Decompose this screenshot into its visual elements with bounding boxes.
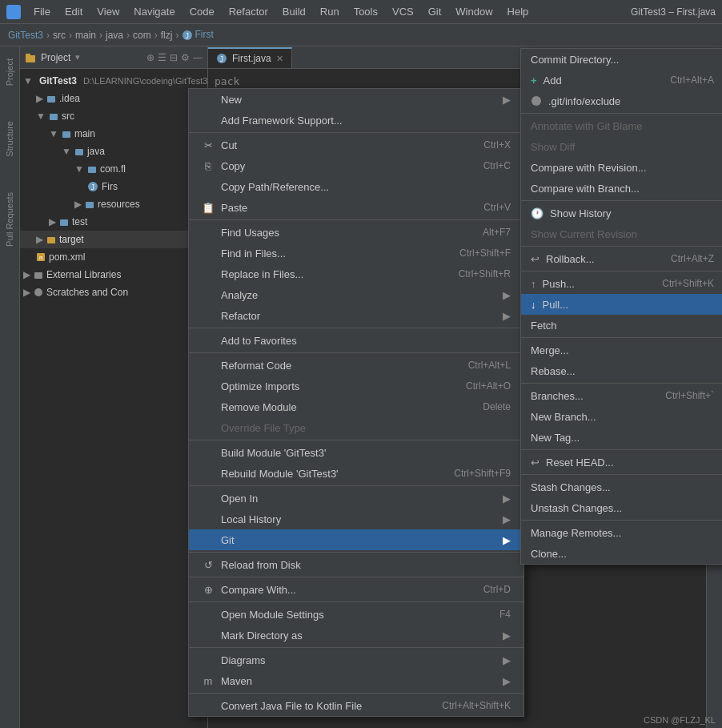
- breadcrumb-src[interactable]: src: [53, 30, 66, 41]
- ctx-override-type[interactable]: Override File Type: [189, 417, 523, 438]
- git-add[interactable]: + Add Ctrl+Alt+A: [521, 70, 722, 90]
- settings-icon[interactable]: ⚙: [181, 52, 190, 63]
- tab-close-icon[interactable]: ✕: [276, 54, 283, 64]
- menu-tools[interactable]: Tools: [347, 4, 384, 19]
- project-dropdown-icon[interactable]: ▾: [75, 52, 80, 62]
- menu-edit[interactable]: Edit: [58, 4, 89, 19]
- git-compare-branch[interactable]: Compare with Branch...: [521, 178, 722, 199]
- svg-text:J: J: [220, 56, 224, 63]
- tree-item-first[interactable]: J Firs: [20, 178, 207, 195]
- ctx-reload-disk[interactable]: ↺ Reload from Disk: [189, 554, 523, 575]
- git-pull[interactable]: ↓ Pull...: [521, 294, 722, 315]
- ctx-paste[interactable]: 📋 Paste Ctrl+V: [189, 197, 523, 218]
- git-info-exclude[interactable]: .git/info/exclude: [521, 90, 722, 111]
- tree-item-pomxml[interactable]: m pom.xml: [20, 248, 207, 266]
- tree-item-target[interactable]: ▶ target: [20, 231, 207, 248]
- menu-run[interactable]: Run: [314, 4, 346, 19]
- breadcrumb-main[interactable]: main: [75, 30, 96, 41]
- ctx-add-favorites[interactable]: Add to Favorites: [189, 330, 523, 351]
- tree-item-external-libs[interactable]: ▶ External Libraries: [20, 266, 207, 284]
- menu-vcs[interactable]: VCS: [386, 4, 420, 19]
- collapse-icon[interactable]: ⊟: [170, 52, 178, 63]
- git-new-branch[interactable]: New Branch...: [521, 406, 722, 427]
- git-show-diff[interactable]: Show Diff: [521, 136, 722, 157]
- git-reset-head[interactable]: ↩ Reset HEAD...: [521, 452, 722, 473]
- breadcrumb-java[interactable]: java: [106, 30, 123, 41]
- tree-item-scratches[interactable]: ▶ Scratches and Con: [20, 284, 207, 301]
- ctx-analyze[interactable]: Analyze ▶: [189, 284, 523, 305]
- ctx-local-history[interactable]: Local History ▶: [189, 509, 523, 529]
- git-commit-dir[interactable]: Commit Directory...: [521, 49, 722, 70]
- git-show-history[interactable]: 🕐 Show History: [521, 203, 722, 223]
- git-rollback[interactable]: ↩ Rollback... Ctrl+Alt+Z: [521, 248, 722, 269]
- ctx-copy-path[interactable]: Copy Path/Reference...: [189, 176, 523, 197]
- tree-item-comfl[interactable]: ▼ com.fl: [20, 160, 207, 178]
- locate-icon[interactable]: ⊕: [146, 52, 154, 63]
- menu-build[interactable]: Build: [276, 4, 312, 19]
- git-compare-revision[interactable]: Compare with Revision...: [521, 157, 722, 178]
- ctx-add-framework[interactable]: Add Framework Support...: [189, 110, 523, 131]
- breadcrumb-first[interactable]: JFirst: [182, 29, 213, 41]
- project-sidebar-label[interactable]: Project: [5, 58, 14, 86]
- git-show-current-revision[interactable]: Show Current Revision: [521, 223, 722, 244]
- ctx-convert-kotlin[interactable]: Convert Java File to Kotlin File Ctrl+Al…: [189, 695, 523, 716]
- ctx-reformat[interactable]: Reformat Code Ctrl+Alt+L: [189, 355, 523, 376]
- pull-requests-label[interactable]: Pull Requests: [5, 192, 14, 247]
- ctx-build-module[interactable]: Build Module 'GitTest3': [189, 442, 523, 463]
- tree-item-idea[interactable]: ▶ .idea: [20, 90, 207, 107]
- breadcrumb-flzj[interactable]: flzj: [161, 30, 173, 41]
- tab-first-java[interactable]: J First.java ✕: [208, 47, 292, 68]
- ctx-maven[interactable]: m Maven ▶: [189, 670, 523, 691]
- ctx-new[interactable]: New ▶: [189, 89, 523, 110]
- tree-item-java[interactable]: ▼ java: [20, 143, 207, 160]
- ctx-rebuild-module[interactable]: Rebuild Module 'GitTest3' Ctrl+Shift+F9: [189, 463, 523, 484]
- git-merge[interactable]: Merge...: [521, 340, 722, 360]
- ctx-mark-dir[interactable]: Mark Directory as ▶: [189, 625, 523, 646]
- git-manage-remotes[interactable]: Manage Remotes...: [521, 522, 722, 543]
- breadcrumb-gittest3[interactable]: GitTest3: [8, 30, 43, 41]
- ctx-compare-with[interactable]: ⊕ Compare With... Ctrl+D: [189, 579, 523, 600]
- git-branches-label: Branches...: [531, 390, 584, 402]
- ctx-optimize-imports[interactable]: Optimize Imports Ctrl+Alt+O: [189, 376, 523, 396]
- menu-window[interactable]: Window: [449, 4, 499, 19]
- git-rebase[interactable]: Rebase...: [521, 360, 722, 381]
- git-annotate[interactable]: Annotate with Git Blame: [521, 115, 722, 136]
- menu-help[interactable]: Help: [501, 4, 535, 19]
- ctx-replace-files[interactable]: Replace in Files... Ctrl+Shift+R: [189, 263, 523, 284]
- menu-view[interactable]: View: [90, 4, 126, 19]
- tree-item-resources[interactable]: ▶ resources: [20, 195, 207, 213]
- ctx-find-files[interactable]: Find in Files... Ctrl+Shift+F: [189, 243, 523, 263]
- tree-item-gittest3[interactable]: ▼ GitTest3 D:\LEARNING\codeing\GitTest3: [20, 72, 207, 90]
- svg-rect-9: [75, 149, 83, 155]
- tree-item-test[interactable]: ▶ test: [20, 213, 207, 231]
- menu-navigate[interactable]: Navigate: [127, 4, 181, 19]
- tree-item-main[interactable]: ▼ main: [20, 125, 207, 143]
- expand-icon[interactable]: ☰: [158, 52, 166, 63]
- ctx-copy[interactable]: ⎘ Copy Ctrl+C: [189, 155, 523, 176]
- menu-file[interactable]: File: [27, 4, 57, 19]
- git-unstash[interactable]: Unstash Changes...: [521, 497, 722, 518]
- ctx-module-settings[interactable]: Open Module Settings F4: [189, 604, 523, 625]
- git-new-tag[interactable]: New Tag...: [521, 427, 722, 448]
- ctx-refactor[interactable]: Refactor ▶: [189, 305, 523, 326]
- git-stash[interactable]: Stash Changes...: [521, 477, 722, 497]
- ctx-open-in[interactable]: Open In ▶: [189, 488, 523, 509]
- breadcrumb-com[interactable]: com: [133, 30, 151, 41]
- menu-git[interactable]: Git: [422, 4, 448, 19]
- git-clone[interactable]: Clone...: [521, 543, 722, 564]
- ctx-remove-module[interactable]: Remove Module Delete: [189, 396, 523, 417]
- git-push[interactable]: ↑ Push... Ctrl+Shift+K: [521, 273, 722, 294]
- git-branches[interactable]: Branches... Ctrl+Shift+`: [521, 385, 722, 406]
- tree-item-src[interactable]: ▼ src: [20, 107, 207, 125]
- menu-bar[interactable]: File Edit View Navigate Code Refactor Bu…: [27, 4, 535, 19]
- git-fetch[interactable]: Fetch: [521, 315, 722, 336]
- ctx-cut[interactable]: ✂ Cut Ctrl+X: [189, 135, 523, 155]
- menu-code[interactable]: Code: [183, 4, 221, 19]
- structure-sidebar-label[interactable]: Structure: [5, 121, 14, 157]
- ctx-git[interactable]: Git ▶: [189, 529, 523, 550]
- ctx-diagrams[interactable]: Diagrams ▶: [189, 650, 523, 670]
- ctx-find-usages[interactable]: Find Usages Alt+F7: [189, 222, 523, 243]
- folder-icon-comfl: [87, 164, 97, 174]
- hide-icon[interactable]: —: [193, 52, 203, 63]
- menu-refactor[interactable]: Refactor: [223, 4, 275, 19]
